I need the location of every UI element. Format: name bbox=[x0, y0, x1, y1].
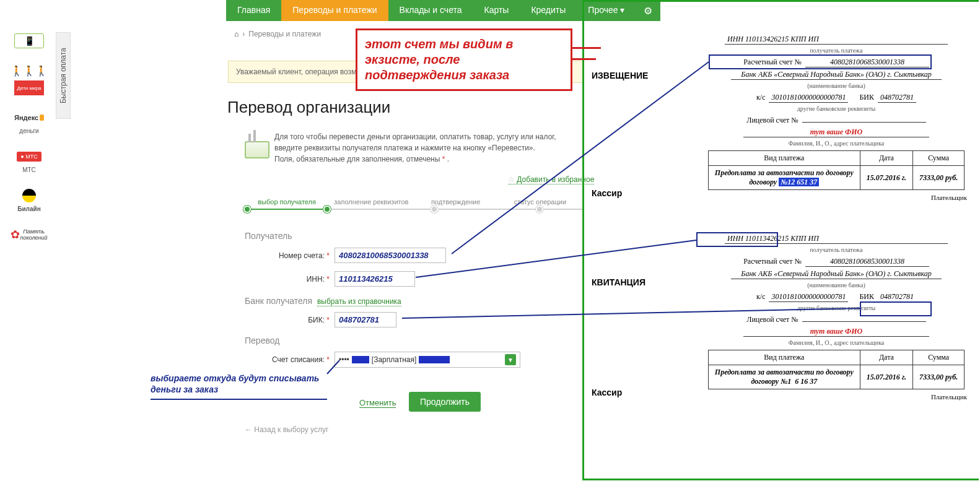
breadcrumb: ⌂ › Переводы и платежи bbox=[234, 30, 321, 38]
select-writeoff[interactable]: •••• xxxx [Зарплатная] xxxxxxxx ▼ bbox=[335, 352, 520, 368]
receipt-kvit: КВИТАНЦИЯ Кассир ИНН 110113426215 КПП ИП… bbox=[592, 234, 976, 407]
continue-button[interactable]: Продолжить bbox=[409, 392, 481, 412]
bank-ref-link[interactable]: выбрать из справочника bbox=[317, 297, 401, 306]
bluebox-inn bbox=[696, 232, 778, 247]
nav-main[interactable]: Главная bbox=[226, 0, 281, 21]
label-account: Номер счета: * bbox=[245, 251, 335, 260]
step-3: подтверждение bbox=[414, 198, 498, 206]
cancel-button[interactable]: Отменить bbox=[359, 398, 396, 408]
row-writeoff: Счет списания: * •••• xxxx [Зарплатная] … bbox=[245, 352, 520, 368]
page-title: Перевод организации bbox=[227, 98, 390, 117]
side-phone[interactable]: 📱 bbox=[7, 33, 51, 48]
input-bik[interactable] bbox=[335, 312, 396, 327]
bluebox-account-1 bbox=[709, 54, 932, 69]
nav-cards[interactable]: Карты bbox=[473, 0, 520, 21]
section-recipient: Получатель bbox=[245, 231, 292, 241]
side-mts[interactable]: ● МТСМТС bbox=[7, 149, 51, 173]
stepper: выбор получателя заполнение реквизитов п… bbox=[245, 198, 582, 206]
step-2: заполнение реквизитов bbox=[329, 198, 413, 206]
annotation-red-box: этот счет мы видим в экзисте, после подт… bbox=[356, 28, 572, 91]
label-writeoff: Счет списания: * bbox=[245, 355, 335, 364]
receipt-table-1: Вид платежаДатаСумма Предоплата за автоз… bbox=[708, 150, 965, 190]
row-inn: ИНН: * bbox=[245, 271, 415, 287]
chevron-down-icon: ▼ bbox=[505, 354, 516, 365]
people-red-icon: Дети мира bbox=[14, 80, 44, 95]
input-account[interactable] bbox=[335, 248, 446, 263]
sidebar: 📱 🚶🚶🚶Дети мира Яндексденьги ● МТСМТС Бил… bbox=[7, 33, 51, 257]
card-icon bbox=[245, 141, 269, 158]
beeline-icon bbox=[14, 188, 44, 203]
label-inn: ИНН: * bbox=[245, 275, 335, 284]
yandex-icon: Яндекс bbox=[14, 110, 44, 125]
bluebox-bik bbox=[860, 301, 932, 316]
section-transfer: Перевод bbox=[245, 336, 279, 345]
side-yandex[interactable]: Яндексденьги bbox=[7, 110, 51, 134]
side-flower[interactable]: ✿Памятьпоколений bbox=[7, 227, 51, 242]
side-beeline[interactable]: Билайн bbox=[7, 188, 51, 212]
nav-transfers[interactable]: Переводы и платежи bbox=[281, 0, 388, 21]
add-favorite-link[interactable]: Добавить в избранное bbox=[508, 175, 594, 184]
label-izveshenie: ИЗВЕЩЕНИЕ bbox=[592, 71, 648, 80]
label-bik: БИК: * bbox=[245, 316, 335, 324]
label-kvit: КВИТАНЦИЯ bbox=[592, 277, 645, 287]
nav-credits[interactable]: Кредиты bbox=[520, 0, 577, 21]
phone-icon: 📱 bbox=[14, 33, 44, 48]
breadcrumb-page[interactable]: Переводы и платежи bbox=[248, 30, 321, 38]
step-dot-2 bbox=[323, 206, 331, 213]
quick-pay-tab[interactable]: Быстрая оплата bbox=[56, 32, 71, 119]
nav-deposits[interactable]: Вклады и счета bbox=[388, 0, 473, 21]
mts-icon: ● МТС bbox=[14, 149, 44, 164]
row-bik: БИК: * bbox=[245, 312, 396, 327]
row-account: Номер счета: * bbox=[245, 248, 446, 263]
people-icon: 🚶🚶🚶 bbox=[14, 63, 44, 78]
step-4: статус операции bbox=[498, 198, 582, 206]
flower-icon: ✿Памятьпоколений bbox=[14, 227, 44, 242]
annotation-red-line-2 bbox=[572, 58, 596, 60]
input-inn[interactable] bbox=[335, 271, 415, 287]
label-kassir-2: Кассир bbox=[592, 388, 622, 397]
receipt-table-2: Вид платежаДатаСумма Предоплата за автоз… bbox=[708, 350, 965, 389]
side-people[interactable]: 🚶🚶🚶Дети мира bbox=[7, 63, 51, 95]
step-dot-1 bbox=[243, 206, 251, 213]
home-icon[interactable]: ⌂ bbox=[234, 30, 238, 38]
stepper-line bbox=[245, 209, 582, 210]
step-1: выбор получателя bbox=[245, 198, 329, 206]
annotation-blue-text: выбираете откуда будут списывать деньги … bbox=[151, 373, 327, 400]
step-dot-3 bbox=[431, 206, 438, 213]
breadcrumb-sep: › bbox=[242, 30, 245, 38]
back-link[interactable]: ← Назад к выбору услуг bbox=[245, 425, 328, 434]
intro-text: Для того чтобы перевести деньги организа… bbox=[274, 131, 584, 165]
label-kassir-1: Кассир bbox=[592, 188, 622, 198]
section-bank: Банк получателя выбрать из справочника bbox=[245, 296, 401, 306]
annotation-red-line bbox=[572, 47, 601, 49]
step-dot-4 bbox=[536, 206, 543, 213]
